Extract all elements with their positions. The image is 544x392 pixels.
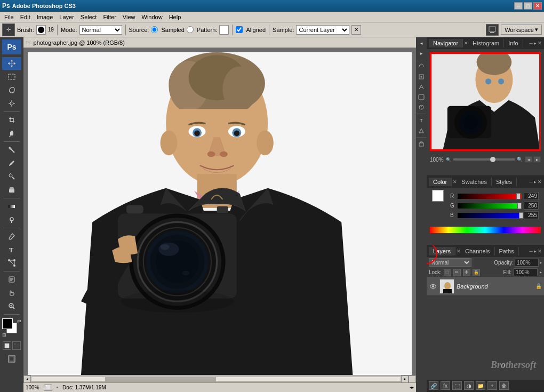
opacity-value[interactable]: 100% xyxy=(515,259,539,267)
color-panel-options-icon[interactable]: ▸ xyxy=(534,179,537,185)
mini-tool-btn-1[interactable] xyxy=(417,62,426,71)
screen-mode-button[interactable] xyxy=(2,353,21,365)
tool-rectangular-marquee[interactable] xyxy=(2,70,21,83)
mini-tool-btn-8[interactable] xyxy=(417,139,426,149)
menu-view[interactable]: View xyxy=(119,13,139,21)
fill-expand-icon[interactable]: ▸ xyxy=(540,270,542,275)
r-slider-track[interactable] xyxy=(458,194,522,199)
layer-adjustment-button[interactable]: ◑ xyxy=(464,381,474,390)
g-value[interactable]: 250 xyxy=(524,202,539,210)
sample-select[interactable]: Current Layer xyxy=(296,25,349,35)
tool-type[interactable]: T xyxy=(2,243,21,256)
layers-panel-collapse-icon[interactable]: ─ xyxy=(530,249,533,254)
horizontal-scroll-thumb[interactable] xyxy=(105,377,216,381)
source-sampled-radio[interactable] xyxy=(151,26,158,33)
tool-path-select[interactable] xyxy=(2,257,21,269)
scroll-nav[interactable]: ◂ ▸ xyxy=(410,385,414,390)
mini-tool-btn-5[interactable] xyxy=(417,102,426,112)
tool-clone-stamp[interactable] xyxy=(2,170,21,183)
lock-all-button[interactable]: 🔒 xyxy=(473,269,480,276)
mode-select[interactable]: Normal xyxy=(79,25,122,35)
layers-close-icon[interactable]: ✕ xyxy=(457,249,461,254)
menu-filter[interactable]: Filter xyxy=(100,13,119,21)
mini-tool-btn-6[interactable]: T xyxy=(417,116,426,125)
tool-zoom[interactable] xyxy=(2,300,21,313)
zoom-slider[interactable] xyxy=(453,158,515,161)
scroll-right-button[interactable]: ▸ xyxy=(401,375,409,383)
scroll-nav-right[interactable]: ▸ xyxy=(412,385,414,390)
zoom-shrink-button[interactable]: ◂ xyxy=(525,156,532,163)
delete-layer-button[interactable]: 🗑 xyxy=(499,381,509,390)
layers-panel-close-icon[interactable]: ✕ xyxy=(538,249,542,254)
aligned-checkbox[interactable] xyxy=(236,26,243,33)
tab-paths[interactable]: Paths xyxy=(495,247,519,255)
tool-lasso[interactable] xyxy=(2,84,21,97)
blend-mode-select[interactable]: Normal xyxy=(429,258,471,267)
menu-edit[interactable]: Edit xyxy=(17,13,34,21)
panel-options-icon[interactable]: ▸ xyxy=(534,41,537,46)
title-bar-controls[interactable]: ─ □ ✕ xyxy=(514,2,542,10)
menu-layer[interactable]: Layer xyxy=(56,13,77,21)
tool-gradient[interactable] xyxy=(2,200,21,213)
color-spectrum-bar[interactable] xyxy=(430,227,541,233)
mini-tool-btn-3[interactable] xyxy=(417,82,426,92)
color-close-icon[interactable]: ✕ xyxy=(453,179,457,185)
lock-image-button[interactable]: ✏ xyxy=(453,269,461,276)
lock-position-button[interactable]: ✛ xyxy=(463,269,470,276)
menu-image[interactable]: Image xyxy=(34,13,57,21)
cancel-options-button[interactable]: ✕ xyxy=(351,25,361,35)
tab-styles[interactable]: Styles xyxy=(492,178,517,186)
g-slider-thumb[interactable] xyxy=(517,203,522,209)
tool-brush[interactable] xyxy=(2,157,21,170)
foreground-color-swatch[interactable] xyxy=(2,318,13,329)
menu-window[interactable]: Window xyxy=(139,13,166,21)
layer-visibility-button[interactable] xyxy=(429,282,437,291)
new-layer-button[interactable]: + xyxy=(487,381,497,390)
quick-mask-button[interactable]: ⬛ xyxy=(12,341,21,350)
close-button[interactable]: ✕ xyxy=(533,2,542,10)
workspace-icon[interactable] xyxy=(486,24,499,36)
scroll-left-button[interactable]: ◂ xyxy=(23,375,31,383)
g-slider-track[interactable] xyxy=(458,203,522,209)
standard-mode-button[interactable]: ⬜ xyxy=(3,341,11,350)
brush-preview[interactable] xyxy=(36,25,46,35)
menu-help[interactable]: Help xyxy=(166,13,185,21)
maximize-button[interactable]: □ xyxy=(524,2,532,10)
tool-eyedropper[interactable] xyxy=(2,127,21,140)
active-tool-icon[interactable]: ✛ xyxy=(2,23,15,36)
tool-notes[interactable] xyxy=(2,273,21,286)
navigator-close-icon[interactable]: ✕ xyxy=(464,41,468,46)
b-value[interactable]: 255 xyxy=(524,211,539,219)
layer-mask-button[interactable]: ⬚ xyxy=(452,381,462,390)
minimize-button[interactable]: ─ xyxy=(514,2,523,10)
panel-expand-button[interactable]: ▸ xyxy=(417,49,426,58)
r-value[interactable]: 249 xyxy=(524,192,539,200)
resize-corner[interactable] xyxy=(409,375,416,383)
layer-fx-button[interactable]: fx xyxy=(441,381,450,390)
mini-tool-btn-2[interactable] xyxy=(417,72,426,82)
lock-transparent-button[interactable]: ⬚ xyxy=(444,269,451,276)
mini-tool-btn-7[interactable] xyxy=(417,126,426,135)
tool-healing-brush[interactable] xyxy=(2,143,21,156)
color-panel-close-icon[interactable]: ✕ xyxy=(538,179,542,185)
tool-hand[interactable] xyxy=(2,286,21,299)
foreground-color-display[interactable] xyxy=(432,190,444,202)
layer-background[interactable]: Background 🔒 xyxy=(427,277,544,296)
zoom-in-icon[interactable]: 🔍 xyxy=(517,157,523,162)
zoom-popup-button[interactable]: ⬜ xyxy=(44,385,52,391)
menu-file[interactable]: File xyxy=(1,13,17,21)
b-slider-track[interactable] xyxy=(458,213,522,218)
r-slider-thumb[interactable] xyxy=(516,193,521,199)
zoom-slider-thumb[interactable] xyxy=(490,157,495,162)
panel-close-icon[interactable]: ✕ xyxy=(538,41,542,46)
navigator-preview[interactable] xyxy=(430,52,541,151)
layers-panel-options-icon[interactable]: ▸ xyxy=(534,249,537,254)
tab-channels[interactable]: Channels xyxy=(461,247,494,255)
layer-link-button[interactable]: 🔗 xyxy=(429,381,438,390)
workspace-button[interactable]: Workspace ▾ xyxy=(501,25,542,35)
tab-histogram[interactable]: Histogram xyxy=(468,39,504,47)
tab-layers[interactable]: Layers xyxy=(429,247,455,255)
source-pattern-radio[interactable] xyxy=(187,26,194,33)
tool-crop[interactable] xyxy=(2,114,21,126)
tab-color[interactable]: Color xyxy=(429,178,452,186)
